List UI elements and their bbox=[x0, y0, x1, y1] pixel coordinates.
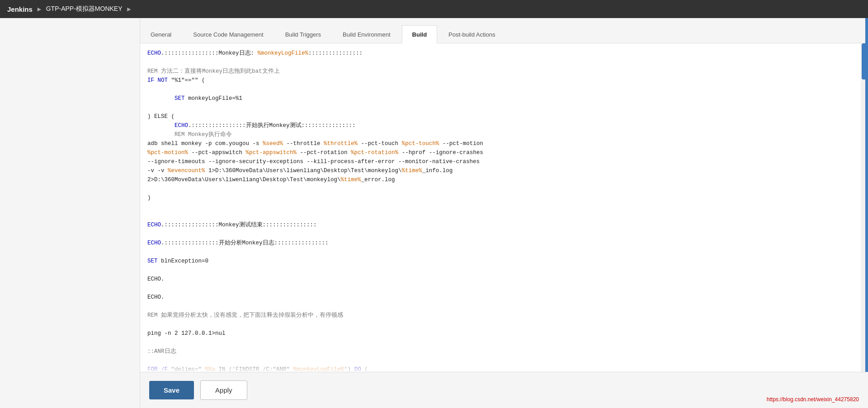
jenkins-logo[interactable]: Jenkins bbox=[7, 5, 33, 13]
breadcrumb-sep-2: ► bbox=[126, 5, 132, 13]
footer-link[interactable]: https://blog.csdn.net/weixin_44275820 bbox=[767, 396, 859, 403]
top-header: Jenkins ► GTP-APP-模拟器MONKEY ► bbox=[0, 0, 868, 18]
right-accent bbox=[865, 18, 868, 408]
project-name[interactable]: GTP-APP-模拟器MONKEY bbox=[46, 5, 123, 13]
apply-button[interactable]: Apply bbox=[200, 380, 247, 400]
sidebar bbox=[0, 18, 140, 408]
tab-build[interactable]: Build bbox=[402, 25, 438, 43]
tab-general[interactable]: General bbox=[140, 25, 182, 43]
tab-source-code[interactable]: Source Code Management bbox=[183, 25, 274, 43]
tab-build-environment[interactable]: Build Environment bbox=[332, 25, 401, 43]
save-button[interactable]: Save bbox=[149, 381, 194, 399]
bottom-bar: Save Apply bbox=[140, 372, 868, 408]
tabs-bar: General Source Code Management Build Tri… bbox=[140, 18, 868, 43]
tab-post-build[interactable]: Post-build Actions bbox=[438, 25, 505, 43]
code-editor[interactable]: ECHO.::::::::::::::::Monkey日志: %monkeyLo… bbox=[140, 43, 861, 372]
main-content: General Source Code Management Build Tri… bbox=[140, 18, 868, 408]
breadcrumb-sep-1: ► bbox=[36, 5, 42, 13]
editor-container: ECHO.::::::::::::::::Monkey日志: %monkeyLo… bbox=[140, 43, 868, 372]
tab-build-triggers[interactable]: Build Triggers bbox=[275, 25, 331, 43]
